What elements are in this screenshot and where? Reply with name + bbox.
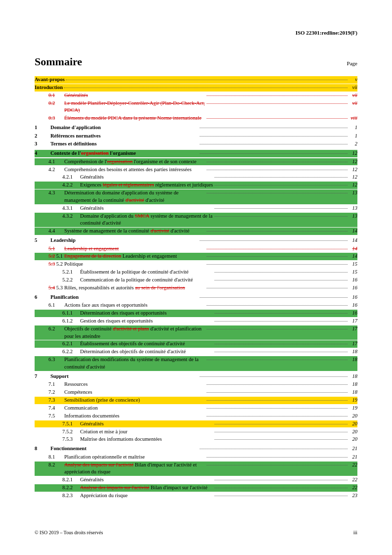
toc-6-2: 6.2 Objectifs de continuité d'activité e…	[35, 325, 357, 340]
toc-8-2-3: 8.2.3 Appréciation du risque 23	[35, 492, 357, 500]
toc-4-2-2: 4.2.2 Exigences légales et réglementaire…	[35, 182, 357, 189]
toc-0-2: 0.2 Le modèle Planifier-Déployer-Contrôl…	[35, 100, 357, 114]
footer-page-num: iii	[353, 530, 357, 535]
toc-5: 5 Leadership 14	[35, 237, 357, 244]
toc-6: 6 Planification 16	[35, 294, 357, 301]
toc-7-5-3: 7.5.3 Maîtrise des informations document…	[35, 436, 357, 443]
header-title: ISO 22301:redline:2019(F)	[35, 30, 357, 36]
toc-avantpropos: Avant-propos v	[35, 76, 357, 84]
toc-introduction: Introduction vii	[35, 84, 357, 92]
toc-7-5-2: 7.5.2 Création et mise à jour 20	[35, 428, 357, 436]
toc-3: 3 Termes et définitions 2	[35, 140, 357, 148]
footer: © ISO 2019 – Tous droits réservés iii	[35, 530, 357, 535]
footer-copyright: © ISO 2019 – Tous droits réservés	[35, 530, 103, 535]
toc-7: 7 Support 18	[35, 373, 357, 380]
toc-5-4-5-3: 5.4 5.3 Rôles, responsabilités et autori…	[35, 284, 357, 292]
toc-8-2-1: 8.2.1 Généralités 22	[35, 476, 357, 484]
toc-6-3: 6.3 Planification des modifications du s…	[35, 356, 357, 370]
toc-2: 2 Références normatives 1	[35, 133, 357, 140]
toc-7-2: 7.2 Compétences 18	[35, 389, 357, 396]
toc-4: 4 Contexte de l'organisation l'organisme…	[35, 150, 357, 157]
toc-4-3-2: 4.3.2 Domaine d'application du SMCA syst…	[35, 213, 357, 227]
toc-5-2-5-1: 5.2 5.1 Engagement de la direction Leade…	[35, 253, 357, 260]
toc-6-1-2: 6.1.2 Gestion des risques et opportunité…	[35, 318, 357, 325]
avantpropos-label: Avant-propos	[35, 76, 65, 84]
toc-7-4: 7.4 Communication 19	[35, 405, 357, 412]
toc-8-2: 8.2 Analyse des impacts sur l'activité B…	[35, 462, 357, 476]
toc-0-1: 0.1 Généralités vii	[35, 92, 357, 99]
toc-5-3-5-2: 5.3 5.2 Politique 15	[35, 261, 357, 268]
toc-4-3: 4.3 Détermination du domaine d'applicati…	[35, 189, 357, 204]
toc-7-5: 7.5 Informations documentées 20	[35, 413, 357, 420]
toc-6-1: 6.1 Actions face aux risques et opportun…	[35, 302, 357, 309]
toc-4-2-1: 4.2.1 Généralités 12	[35, 174, 357, 181]
toc-4-1: 4.1 Compréhension de l'organisation l'or…	[35, 158, 357, 166]
introduction-label: Introduction	[35, 84, 63, 92]
toc-5-2-1: 5.2.1 Établissement de la politique de c…	[35, 269, 357, 276]
page-title: Sommaire	[35, 55, 82, 68]
toc-7-3: 7.3 Sensibilisation (prise de conscience…	[35, 397, 357, 404]
header: ISO 22301:redline:2019(F)	[35, 30, 357, 36]
toc-8-1: 8.1 Planification opérationnelle et maît…	[35, 454, 357, 461]
toc-4-4: 4.4 Système de management de la continui…	[35, 228, 357, 235]
toc-4-2: 4.2 Compréhension des besoins et attente…	[35, 166, 357, 174]
toc-1: 1 Domaine d'application 1	[35, 124, 357, 132]
toc-7-5-1: 7.5.1 Généralités 20	[35, 420, 357, 428]
toc-0-3: 0.3 Éléments du modèle PDCA dans la prés…	[35, 115, 357, 122]
page-label: Page	[347, 60, 357, 66]
toc-5-1: 5.1 Leadership et engagement 14	[35, 245, 357, 253]
toc-5-2-2: 5.2.2 Communication de la politique de c…	[35, 277, 357, 284]
toc-6-1-1: 6.1.1 Détermination des risques et oppor…	[35, 310, 357, 317]
toc-content: Avant-propos v Introduction vii 0.1 Géné…	[35, 76, 357, 500]
toc-7-1: 7.1 Ressources 18	[35, 381, 357, 388]
toc-8: 8 Fonctionnement 21	[35, 445, 357, 453]
toc-4-3-1: 4.3.1 Généralités 13	[35, 205, 357, 212]
toc-6-2-2: 6.2.2 Détermination des objectifs de con…	[35, 348, 357, 356]
toc-6-2-1: 6.2.1 Établissement des objectifs de con…	[35, 340, 357, 348]
toc-8-2-2: 8.2.2 Analyse des impacts sur l'activité…	[35, 484, 357, 492]
